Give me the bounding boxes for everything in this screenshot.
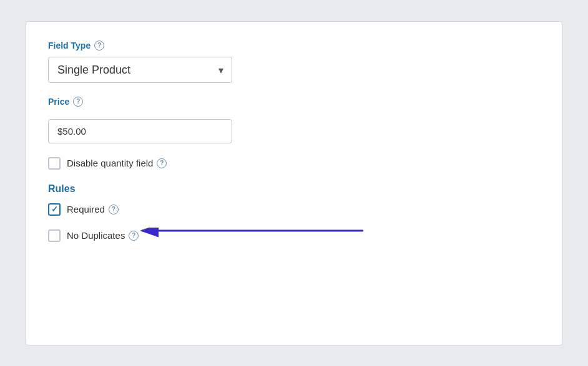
no-duplicates-checkbox[interactable] — [48, 229, 61, 242]
no-duplicates-row: No Duplicates ? — [48, 229, 540, 242]
price-label: Price ? — [48, 97, 540, 107]
no-duplicates-label-text: No Duplicates — [67, 230, 125, 241]
disable-quantity-label-text: Disable quantity field — [67, 158, 153, 168]
field-type-text: Field Type — [48, 41, 91, 51]
price-help-icon[interactable]: ? — [73, 97, 83, 107]
required-row: Required ? — [48, 203, 540, 216]
required-label-text: Required — [67, 204, 105, 214]
field-type-select-wrapper: Single ProductMultiple ProductsProduct D… — [48, 57, 232, 83]
price-input[interactable] — [48, 119, 232, 143]
rules-title: Rules — [48, 183, 540, 195]
field-type-label: Field Type ? — [48, 41, 540, 51]
no-duplicates-help-icon[interactable]: ? — [129, 231, 139, 241]
rules-section: Rules Required ? No Duplicates ? — [48, 183, 540, 242]
price-label-text: Price — [48, 97, 69, 107]
required-help-icon[interactable]: ? — [109, 205, 119, 214]
field-type-help-icon[interactable]: ? — [94, 41, 104, 51]
disable-quantity-row: Disable quantity field ? — [48, 157, 540, 170]
disable-quantity-label[interactable]: Disable quantity field ? — [67, 158, 167, 168]
settings-card: Field Type ? Single ProductMultiple Prod… — [26, 21, 562, 345]
required-label[interactable]: Required ? — [67, 204, 119, 214]
field-type-select[interactable]: Single ProductMultiple ProductsProduct D… — [48, 57, 232, 83]
required-checkbox[interactable] — [48, 203, 61, 216]
no-duplicates-label[interactable]: No Duplicates ? — [67, 230, 139, 241]
disable-quantity-help-icon[interactable]: ? — [157, 158, 167, 168]
price-section: Price ? — [48, 97, 540, 143]
disable-quantity-checkbox[interactable] — [48, 157, 61, 170]
